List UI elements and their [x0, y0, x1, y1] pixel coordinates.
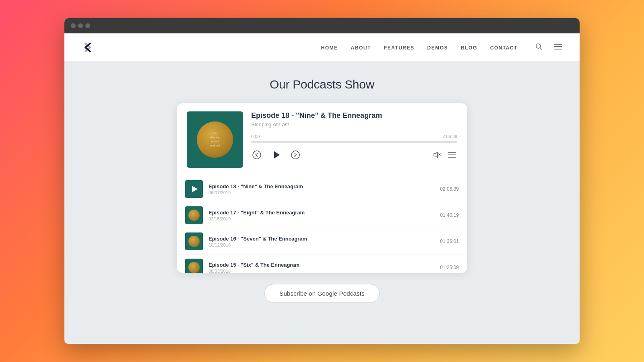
main-content: Our Podcasts Show thesleepingat lastpodc…	[64, 62, 580, 344]
play-button[interactable]	[269, 148, 283, 162]
current-show-name: Sleeping At Last	[251, 121, 457, 128]
episode-item[interactable]: Episode 18 - "Nine" & The Enneagram06/07…	[177, 176, 467, 202]
playlist-button[interactable]	[447, 150, 457, 160]
episode-date: 10/12/2018	[208, 243, 434, 247]
nav-item-about[interactable]: ABOUT	[351, 44, 371, 51]
progress-section: 0:00 2:06:39	[251, 134, 457, 143]
episode-thumb-art	[188, 262, 200, 273]
album-art-text: thesleepingat lastpodcast	[210, 132, 220, 147]
album-art-inner: thesleepingat lastpodcast	[197, 121, 233, 158]
play-triangle-icon	[192, 186, 198, 192]
subscribe-button[interactable]: Subscribe on Google Podcasts	[264, 284, 380, 303]
album-art: thesleepingat lastpodcast	[187, 111, 243, 168]
svg-text:30: 30	[256, 154, 258, 157]
time-labels: 0:00 2:06:39	[251, 134, 457, 139]
page-title: Our Podcasts Show	[270, 78, 374, 91]
svg-marker-7	[274, 151, 280, 158]
episode-title: Episode 16 - "Seven" & The Enneagram	[208, 236, 434, 242]
episode-title: Episode 17 - "Eight" & The Enneagram	[208, 210, 434, 216]
controls-left: 30	[251, 148, 301, 162]
episode-item[interactable]: Episode 15 - "Six" & The Enneagram08/03/…	[177, 255, 467, 273]
episode-date: 02/15/2019	[208, 216, 434, 221]
time-current: 0:00	[251, 134, 260, 139]
dot-maximize	[85, 23, 90, 28]
controls-right	[431, 150, 457, 160]
navbar: HOME ABOUT FEATURES DEMOS BLOG CONTACT	[64, 33, 580, 62]
time-total: 2:06:39	[442, 134, 457, 139]
episode-thumb	[185, 259, 203, 273]
search-button[interactable]	[534, 41, 544, 53]
play-icon	[270, 149, 282, 160]
episode-duration: 01:40:19	[440, 212, 459, 218]
svg-text:30: 30	[294, 154, 297, 157]
episode-meta: Episode 16 - "Seven" & The Enneagram10/1…	[208, 236, 434, 247]
search-icon	[535, 43, 543, 50]
episode-duration: 01:25:09	[440, 265, 459, 270]
logo-svg	[80, 40, 95, 55]
browser-dots	[71, 23, 90, 28]
hamburger-icon	[554, 44, 562, 49]
browser-content: HOME ABOUT FEATURES DEMOS BLOG CONTACT	[64, 33, 580, 344]
podcast-card: thesleepingat lastpodcast Episode 18 - "…	[177, 103, 467, 273]
episode-duration: 02:06:39	[440, 186, 459, 192]
nav-item-home[interactable]: HOME	[321, 44, 338, 51]
episode-thumb	[185, 206, 203, 224]
forward-icon: 30	[291, 150, 300, 160]
player-info: Episode 18 - "Nine" & The Enneagram Slee…	[251, 111, 457, 168]
episode-thumb-art	[188, 236, 200, 247]
episode-item[interactable]: Episode 17 - "Eight" & The Enneagram02/1…	[177, 202, 467, 228]
episode-date: 06/07/2019	[208, 190, 434, 195]
nav-item-features[interactable]: FEATURES	[384, 44, 415, 51]
episode-list[interactable]: Episode 18 - "Nine" & The Enneagram06/07…	[177, 176, 467, 273]
forward-button[interactable]: 30	[290, 149, 301, 160]
dot-close	[71, 23, 76, 28]
rewind-button[interactable]: 30	[251, 149, 262, 160]
episode-title: Episode 18 - "Nine" & The Enneagram	[208, 183, 434, 189]
mute-button[interactable]	[431, 150, 442, 160]
episode-thumb-art	[188, 210, 200, 221]
episode-title: Episode 15 - "Six" & The Enneagram	[208, 262, 434, 268]
episode-meta: Episode 18 - "Nine" & The Enneagram06/07…	[208, 183, 434, 195]
nav-item-contact[interactable]: CONTACT	[490, 44, 518, 51]
nav-actions	[534, 41, 564, 53]
episode-date: 08/03/2018	[208, 269, 434, 273]
episode-meta: Episode 15 - "Six" & The Enneagram08/03/…	[208, 262, 434, 273]
svg-line-1	[540, 47, 542, 49]
browser-window: HOME ABOUT FEATURES DEMOS BLOG CONTACT	[64, 18, 580, 344]
episode-thumb	[185, 232, 203, 250]
episode-meta: Episode 17 - "Eight" & The Enneagram02/1…	[208, 210, 434, 221]
menu-button[interactable]	[552, 42, 564, 53]
nav-links: HOME ABOUT FEATURES DEMOS BLOG CONTACT	[321, 44, 518, 51]
dot-minimize	[78, 23, 83, 28]
player-controls: 30	[251, 148, 457, 162]
progress-bar[interactable]	[251, 141, 457, 143]
playlist-icon	[448, 150, 456, 159]
episode-item[interactable]: Episode 16 - "Seven" & The Enneagram10/1…	[177, 228, 467, 255]
current-episode-title: Episode 18 - "Nine" & The Enneagram	[251, 111, 457, 120]
play-overlay	[185, 180, 203, 198]
volume-icon	[432, 150, 441, 159]
browser-chrome	[64, 18, 580, 33]
rewind-icon: 30	[252, 150, 262, 160]
player-section: thesleepingat lastpodcast Episode 18 - "…	[177, 103, 467, 176]
nav-logo	[80, 40, 95, 55]
episode-duration: 01:36:01	[440, 239, 459, 244]
subscribe-section: Subscribe on Google Podcasts	[264, 284, 380, 303]
episode-thumb	[185, 180, 203, 198]
nav-item-demos[interactable]: DEMOS	[427, 44, 448, 51]
nav-item-blog[interactable]: BLOG	[461, 44, 477, 51]
